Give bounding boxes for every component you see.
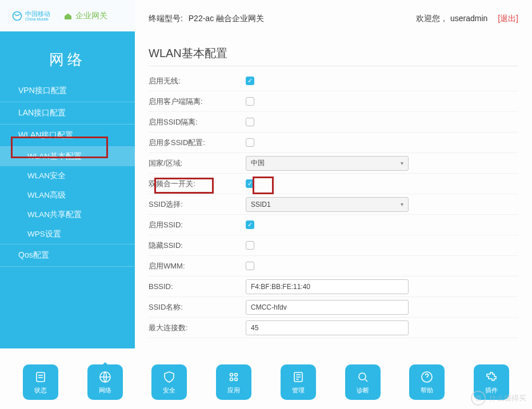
label-ssid-name: SSID名称: <box>149 302 246 312</box>
nav-manage[interactable]: 管理 <box>281 364 316 400</box>
input-bssid-value: F4:BF:BB:FE:11:40 <box>251 283 310 291</box>
label-max-conn: 最大连接数: <box>149 323 246 333</box>
watermark: 值 什么值得买 <box>471 391 526 406</box>
label-ssid-select: SSID选择: <box>149 199 246 210</box>
checkbox-enable-ssid[interactable]: ✓ <box>246 220 254 229</box>
select-ssid-value: SSID1 <box>251 201 271 208</box>
select-ssid[interactable]: SSID1 ▾ <box>246 197 409 212</box>
nav-apps-label: 应用 <box>227 386 240 395</box>
row-multi-ssid: 启用多SSID配置: <box>149 133 518 153</box>
nav-status-label: 状态 <box>34 386 47 395</box>
svg-point-4 <box>235 373 238 376</box>
gateway-logo: 企业网关 <box>63 11 107 21</box>
nav-help-label: 帮助 <box>421 386 433 395</box>
page-title: WLAN基本配置 <box>149 29 518 66</box>
nav-security-label: 安全 <box>163 386 175 395</box>
sidebar-title: 网络 <box>0 31 135 80</box>
input-ssid-name[interactable]: CMCC-hfdv <box>246 300 409 315</box>
search-icon <box>356 370 370 384</box>
sidebar-item-wlan-advanced[interactable]: WLAN高级 <box>0 186 135 205</box>
checkbox-client-isolation[interactable] <box>246 97 254 106</box>
chevron-down-icon: ▾ <box>401 201 403 207</box>
watermark-text: 什么值得买 <box>489 393 526 403</box>
row-ssid-name: SSID名称: CMCC-hfdv <box>149 297 518 318</box>
svg-rect-1 <box>37 372 45 382</box>
nav-apps[interactable]: 应用 <box>216 364 251 400</box>
topbar: 终端型号: P22-ac 融合企业网关 欢迎您， useradmin [退出] <box>149 6 518 29</box>
row-max-conn: 最大连接数: 45 <box>149 318 518 338</box>
row-enable-ssid: 启用SSID: ✓ <box>149 215 518 235</box>
globe-icon <box>98 370 112 384</box>
label-ssid-isolation: 启用SSID隔离: <box>149 117 246 127</box>
label-dual-band: 双频合一开关: <box>149 179 246 189</box>
label-enable-wireless: 启用无线: <box>149 76 246 86</box>
sidebar-item-qos[interactable]: Qos配置 <box>0 244 135 267</box>
row-country: 国家/区域: 中国 ▾ <box>149 153 518 174</box>
help-icon <box>420 370 434 384</box>
logout-link[interactable]: [退出] <box>498 14 518 23</box>
nav-help[interactable]: 帮助 <box>409 364 445 400</box>
sidebar-item-wlan-share[interactable]: WLAN共享配置 <box>0 205 135 224</box>
svg-point-8 <box>359 373 366 380</box>
input-max-conn-value: 45 <box>251 324 258 332</box>
apps-icon <box>227 370 241 384</box>
checkbox-hide-ssid[interactable] <box>246 241 254 250</box>
checkbox-dual-band[interactable]: ✓ <box>246 179 254 188</box>
label-bssid: BSSID: <box>149 282 246 291</box>
row-dual-band: 双频合一开关: ✓ <box>149 174 518 194</box>
svg-point-6 <box>235 378 238 380</box>
main-content: 终端型号: P22-ac 融合企业网关 欢迎您， useradmin [退出] … <box>135 0 532 348</box>
sidebar-item-lan[interactable]: LAN接口配置 <box>0 102 135 125</box>
sidebar-item-wlan-basic[interactable]: WLAN基本配置 <box>0 147 135 166</box>
checkbox-ssid-isolation[interactable] <box>246 118 254 126</box>
nav-diagnose[interactable]: 诊断 <box>345 364 381 400</box>
input-max-conn[interactable]: 45 <box>246 320 409 335</box>
bottom-nav: 状态 网络 安全 应用 管理 诊断 帮助 插件 <box>0 364 532 400</box>
model-label: 终端型号: <box>149 14 183 23</box>
manage-icon <box>291 370 305 384</box>
row-client-isolation: 启用客户端隔离: <box>149 91 518 112</box>
label-multi-ssid: 启用多SSID配置: <box>149 138 246 148</box>
row-enable-wireless: 启用无线: ✓ <box>149 71 518 91</box>
checkbox-enable-wmm[interactable] <box>246 262 254 270</box>
row-ssid-select: SSID选择: SSID1 ▾ <box>149 194 518 215</box>
sidebar-item-vpn[interactable]: VPN接口配置 <box>0 80 135 102</box>
input-bssid[interactable]: F4:BF:BB:FE:11:40 <box>246 279 409 294</box>
china-mobile-logo: 中国移动 China Mobile <box>11 10 50 22</box>
watermark-badge: 值 <box>471 391 486 406</box>
status-icon <box>34 370 47 384</box>
select-country[interactable]: 中国 ▾ <box>246 156 409 171</box>
label-hide-ssid: 隐藏SSID: <box>149 240 246 251</box>
row-enable-wmm: 启用WMM: <box>149 256 518 276</box>
nav-network-label: 网络 <box>99 386 111 395</box>
brand-cm-bottom: China Mobile <box>25 17 50 21</box>
nav-security[interactable]: 安全 <box>151 364 187 400</box>
brand-gw: 企业网关 <box>75 11 107 21</box>
welcome-prefix: 欢迎您， <box>416 14 448 23</box>
username: useradmin <box>450 14 487 23</box>
brand-cm-top: 中国移动 <box>25 11 50 17</box>
svg-point-5 <box>230 378 233 380</box>
nav-status[interactable]: 状态 <box>23 364 58 400</box>
nav-network[interactable]: 网络 <box>87 364 123 400</box>
sidebar-item-wps[interactable]: WPS设置 <box>0 224 135 244</box>
model-value: P22-ac 融合企业网关 <box>189 14 264 23</box>
label-client-isolation: 启用客户端隔离: <box>149 97 246 107</box>
nav-diagnose-label: 诊断 <box>357 386 369 395</box>
sidebar-item-wlan-security[interactable]: WLAN安全 <box>0 166 135 186</box>
shield-icon <box>162 370 176 384</box>
label-country: 国家/区域: <box>149 158 246 169</box>
row-bssid: BSSID: F4:BF:BB:FE:11:40 <box>149 276 518 297</box>
input-ssid-name-value: CMCC-hfdv <box>251 303 287 311</box>
checkbox-enable-wireless[interactable]: ✓ <box>246 77 254 85</box>
label-enable-wmm: 启用WMM: <box>149 261 246 271</box>
select-country-value: 中国 <box>251 158 265 168</box>
svg-point-3 <box>230 373 233 376</box>
nav-manage-label: 管理 <box>292 386 305 395</box>
sidebar: 中国移动 China Mobile 企业网关 网络 VPN接口配置 LAN接口配… <box>0 0 135 348</box>
sidebar-item-wlan-interface[interactable]: WLAN接口配置 <box>0 125 135 147</box>
checkbox-multi-ssid[interactable] <box>246 138 254 147</box>
chevron-down-icon: ▾ <box>401 160 403 166</box>
label-enable-ssid: 启用SSID: <box>149 220 246 230</box>
brand-row: 中国移动 China Mobile 企业网关 <box>0 0 135 31</box>
